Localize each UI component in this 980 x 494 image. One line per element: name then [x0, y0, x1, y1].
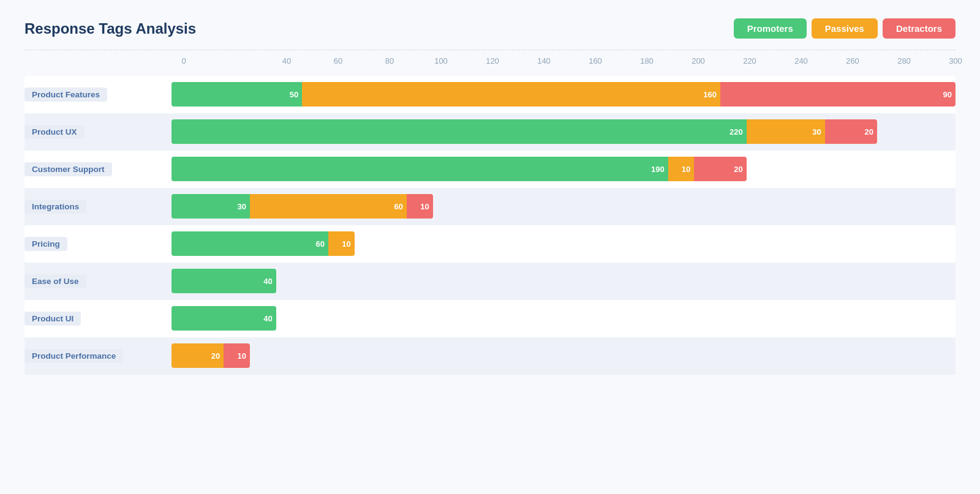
- bars-wrap: 6010: [172, 231, 956, 256]
- bars-wrap: 1901020: [172, 157, 956, 181]
- bar-segment-passives: 10: [328, 231, 355, 256]
- row-label: Pricing: [24, 237, 67, 251]
- page-header: Response Tags Analysis PromotersPassives…: [24, 18, 956, 39]
- bar-segment-detractors: 20: [694, 157, 746, 181]
- axis-label-180: 180: [640, 56, 654, 65]
- bar-segment-passives: 30: [747, 119, 825, 144]
- bar-segment-promoters: 40: [172, 306, 276, 331]
- bar-segment-passives: 20: [172, 343, 224, 368]
- row-label-wrap: Product UI: [24, 312, 172, 326]
- bars-wrap: 40: [172, 269, 956, 293]
- row-label: Product Performance: [24, 349, 123, 363]
- data-row: Pricing6010: [24, 225, 956, 263]
- bar-segment-passives: 10: [668, 157, 695, 181]
- bar-segment-detractors: 10: [224, 343, 250, 368]
- legend-item-detractors: Detractors: [883, 18, 956, 39]
- bars-wrap: 5016090: [172, 82, 956, 107]
- bar-segment-detractors: 20: [825, 119, 877, 144]
- row-label: Product UI: [24, 312, 81, 326]
- axis-label-80: 80: [385, 56, 394, 65]
- axis-label-140: 140: [537, 56, 551, 65]
- legend: PromotersPassivesDetractors: [734, 18, 956, 39]
- bar-segment-detractors: 10: [407, 194, 433, 219]
- axis-label-220: 220: [743, 56, 756, 65]
- bar-segment-passives: 60: [250, 194, 407, 219]
- data-row: Integrations306010: [24, 188, 956, 225]
- row-label: Customer Support: [24, 162, 112, 176]
- axis-label-260: 260: [846, 56, 859, 65]
- row-label: Product UX: [24, 125, 85, 139]
- data-row: Customer Support1901020: [24, 151, 956, 188]
- bar-segment-promoters: 190: [172, 157, 668, 181]
- axis-label-240: 240: [794, 56, 808, 65]
- row-label: Integrations: [24, 200, 86, 214]
- data-row: Ease of Use40: [24, 263, 956, 300]
- axis-labels: 0406080100120140160180200220240260280300: [184, 56, 956, 71]
- legend-item-passives: Passives: [812, 18, 878, 39]
- bar-segment-passives: 160: [302, 82, 720, 107]
- bar-segment-promoters: 30: [172, 194, 250, 219]
- bar-segment-promoters: 40: [172, 269, 276, 293]
- axis-label-200: 200: [692, 56, 705, 65]
- bar-segment-promoters: 50: [172, 82, 302, 107]
- data-row: Product Features5016090: [24, 76, 956, 113]
- row-label-wrap: Product Features: [24, 88, 172, 102]
- bar-segment-detractors: 90: [720, 82, 956, 107]
- row-label-wrap: Product Performance: [24, 349, 172, 363]
- axis-label-60: 60: [334, 56, 342, 65]
- bar-segment-promoters: 220: [172, 119, 747, 144]
- row-label-wrap: Pricing: [24, 237, 172, 251]
- bar-segment-promoters: 60: [172, 231, 328, 256]
- data-row: Product Performance2010: [24, 337, 956, 375]
- row-label-wrap: Integrations: [24, 200, 172, 214]
- chart-area: 0406080100120140160180200220240260280300…: [24, 56, 956, 375]
- rows-container: Product Features5016090Product UX2203020…: [24, 76, 956, 375]
- axis-label-40: 40: [282, 56, 291, 65]
- row-label-wrap: Customer Support: [24, 162, 172, 176]
- page-title: Response Tags Analysis: [24, 20, 196, 37]
- axis-label-0: 0: [181, 56, 186, 65]
- bars-wrap: 2203020: [172, 119, 956, 144]
- bars-wrap: 40: [172, 306, 956, 331]
- axis-label-100: 100: [434, 56, 448, 65]
- legend-item-promoters: Promoters: [734, 18, 807, 39]
- row-label-wrap: Product UX: [24, 125, 172, 139]
- row-label-wrap: Ease of Use: [24, 274, 172, 288]
- bars-wrap: 2010: [172, 343, 956, 368]
- axis-row: 0406080100120140160180200220240260280300: [24, 56, 956, 71]
- axis-label-160: 160: [589, 56, 602, 65]
- divider: [24, 50, 956, 50]
- row-label: Ease of Use: [24, 274, 86, 288]
- axis-label-120: 120: [486, 56, 499, 65]
- data-row: Product UX2203020: [24, 113, 956, 151]
- bars-wrap: 306010: [172, 194, 956, 219]
- row-label: Product Features: [24, 88, 107, 102]
- data-row: Product UI40: [24, 300, 956, 337]
- axis-label-280: 280: [897, 56, 911, 65]
- axis-label-300: 300: [949, 56, 962, 65]
